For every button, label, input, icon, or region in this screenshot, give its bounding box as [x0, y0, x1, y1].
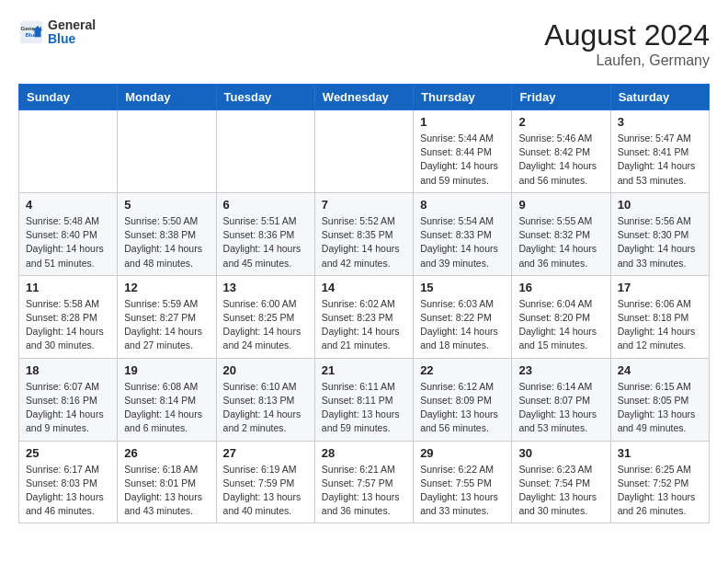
day-info: Sunrise: 5:54 AMSunset: 8:33 PMDaylight:… — [420, 214, 505, 270]
header-monday: Monday — [118, 85, 216, 110]
calendar-cell: 7Sunrise: 5:52 AMSunset: 8:35 PMDaylight… — [314, 192, 413, 275]
day-number: 24 — [618, 363, 702, 377]
day-number: 12 — [124, 281, 209, 294]
day-number: 31 — [618, 446, 702, 460]
logo-text: General Blue — [48, 18, 96, 47]
calendar-cell: 1Sunrise: 5:44 AMSunset: 8:44 PMDaylight… — [414, 110, 512, 193]
day-number: 27 — [223, 446, 308, 460]
week-row-1: 4Sunrise: 5:48 AMSunset: 8:40 PMDaylight… — [19, 192, 710, 275]
day-number: 2 — [518, 115, 603, 129]
day-number: 10 — [618, 198, 702, 212]
day-number: 21 — [322, 363, 406, 377]
header-sunday: Sunday — [19, 85, 118, 110]
day-number: 28 — [322, 446, 406, 460]
day-info: Sunrise: 5:58 AMSunset: 8:28 PMDaylight:… — [26, 297, 110, 353]
calendar-cell: 23Sunrise: 6:14 AMSunset: 8:07 PMDayligh… — [512, 358, 610, 441]
week-row-3: 18Sunrise: 6:07 AMSunset: 8:16 PMDayligh… — [19, 358, 710, 441]
page-header: General Blue General Blue August 2024 La… — [18, 18, 710, 69]
day-number: 16 — [518, 281, 603, 294]
day-number: 4 — [26, 198, 110, 212]
day-number: 8 — [420, 198, 505, 212]
calendar-cell: 16Sunrise: 6:04 AMSunset: 8:20 PMDayligh… — [512, 275, 610, 358]
calendar-cell — [19, 110, 118, 193]
calendar-cell: 15Sunrise: 6:03 AMSunset: 8:22 PMDayligh… — [414, 275, 512, 358]
day-info: Sunrise: 6:11 AMSunset: 8:11 PMDaylight:… — [322, 380, 406, 436]
day-info: Sunrise: 6:19 AMSunset: 7:59 PMDaylight:… — [223, 463, 308, 519]
header-thursday: Thursday — [414, 85, 512, 110]
day-number: 23 — [518, 363, 603, 377]
calendar-cell: 2Sunrise: 5:46 AMSunset: 8:42 PMDaylight… — [512, 110, 610, 193]
calendar-cell: 29Sunrise: 6:22 AMSunset: 7:55 PMDayligh… — [414, 441, 512, 523]
calendar-cell: 30Sunrise: 6:23 AMSunset: 7:54 PMDayligh… — [512, 441, 610, 523]
header-saturday: Saturday — [610, 85, 709, 110]
calendar-cell — [314, 110, 413, 193]
day-info: Sunrise: 6:10 AMSunset: 8:13 PMDaylight:… — [223, 380, 308, 436]
week-row-2: 11Sunrise: 5:58 AMSunset: 8:28 PMDayligh… — [19, 275, 710, 358]
calendar-subtitle: Laufen, Germany — [544, 52, 710, 69]
day-info: Sunrise: 6:25 AMSunset: 7:52 PMDaylight:… — [618, 463, 702, 519]
calendar-cell: 8Sunrise: 5:54 AMSunset: 8:33 PMDaylight… — [414, 192, 512, 275]
day-info: Sunrise: 5:55 AMSunset: 8:32 PMDaylight:… — [518, 214, 603, 270]
calendar-cell: 17Sunrise: 6:06 AMSunset: 8:18 PMDayligh… — [610, 275, 709, 358]
day-number: 5 — [124, 198, 209, 212]
calendar-cell — [216, 110, 314, 193]
calendar-cell: 12Sunrise: 5:59 AMSunset: 8:27 PMDayligh… — [118, 275, 216, 358]
day-info: Sunrise: 6:14 AMSunset: 8:07 PMDaylight:… — [518, 380, 603, 436]
day-info: Sunrise: 6:06 AMSunset: 8:18 PMDaylight:… — [618, 297, 702, 353]
week-row-0: 1Sunrise: 5:44 AMSunset: 8:44 PMDaylight… — [19, 110, 710, 193]
day-number: 17 — [618, 281, 702, 294]
calendar-cell: 31Sunrise: 6:25 AMSunset: 7:52 PMDayligh… — [610, 441, 709, 523]
day-info: Sunrise: 6:00 AMSunset: 8:25 PMDaylight:… — [223, 297, 308, 353]
day-number: 11 — [26, 281, 110, 294]
day-info: Sunrise: 6:02 AMSunset: 8:23 PMDaylight:… — [322, 297, 406, 353]
calendar-header-row: SundayMondayTuesdayWednesdayThursdayFrid… — [19, 85, 710, 110]
day-info: Sunrise: 5:48 AMSunset: 8:40 PMDaylight:… — [26, 214, 110, 270]
calendar-title: August 2024 — [544, 18, 710, 52]
calendar-cell: 28Sunrise: 6:21 AMSunset: 7:57 PMDayligh… — [314, 441, 413, 523]
day-info: Sunrise: 6:04 AMSunset: 8:20 PMDaylight:… — [518, 297, 603, 353]
day-number: 22 — [420, 363, 505, 377]
day-number: 25 — [26, 446, 110, 460]
day-info: Sunrise: 5:52 AMSunset: 8:35 PMDaylight:… — [322, 214, 406, 270]
calendar-cell: 10Sunrise: 5:56 AMSunset: 8:30 PMDayligh… — [610, 192, 709, 275]
day-info: Sunrise: 5:51 AMSunset: 8:36 PMDaylight:… — [223, 214, 308, 270]
day-number: 30 — [518, 446, 603, 460]
calendar-cell: 14Sunrise: 6:02 AMSunset: 8:23 PMDayligh… — [314, 275, 413, 358]
logo-icon: General Blue — [18, 19, 44, 45]
day-info: Sunrise: 6:08 AMSunset: 8:14 PMDaylight:… — [124, 380, 209, 436]
calendar-cell: 9Sunrise: 5:55 AMSunset: 8:32 PMDaylight… — [512, 192, 610, 275]
day-number: 3 — [618, 115, 702, 129]
calendar-cell: 21Sunrise: 6:11 AMSunset: 8:11 PMDayligh… — [314, 358, 413, 441]
calendar-cell: 6Sunrise: 5:51 AMSunset: 8:36 PMDaylight… — [216, 192, 314, 275]
day-number: 19 — [124, 363, 209, 377]
day-number: 18 — [26, 363, 110, 377]
day-info: Sunrise: 6:18 AMSunset: 8:01 PMDaylight:… — [124, 463, 209, 519]
logo: General Blue General Blue — [18, 18, 96, 47]
day-number: 29 — [420, 446, 505, 460]
logo-blue: Blue — [48, 32, 96, 46]
calendar-cell: 11Sunrise: 5:58 AMSunset: 8:28 PMDayligh… — [19, 275, 118, 358]
day-info: Sunrise: 6:21 AMSunset: 7:57 PMDaylight:… — [322, 463, 406, 519]
day-info: Sunrise: 5:59 AMSunset: 8:27 PMDaylight:… — [124, 297, 209, 353]
calendar-cell: 3Sunrise: 5:47 AMSunset: 8:41 PMDaylight… — [610, 110, 709, 193]
week-row-4: 25Sunrise: 6:17 AMSunset: 8:03 PMDayligh… — [19, 441, 710, 523]
day-number: 20 — [223, 363, 308, 377]
day-info: Sunrise: 6:22 AMSunset: 7:55 PMDaylight:… — [420, 463, 505, 519]
header-friday: Friday — [512, 85, 610, 110]
calendar-cell: 26Sunrise: 6:18 AMSunset: 8:01 PMDayligh… — [118, 441, 216, 523]
calendar-cell: 27Sunrise: 6:19 AMSunset: 7:59 PMDayligh… — [216, 441, 314, 523]
day-number: 26 — [124, 446, 209, 460]
calendar-cell: 24Sunrise: 6:15 AMSunset: 8:05 PMDayligh… — [610, 358, 709, 441]
logo-general: General — [48, 18, 96, 32]
calendar-cell — [118, 110, 216, 193]
day-info: Sunrise: 6:12 AMSunset: 8:09 PMDaylight:… — [420, 380, 505, 436]
calendar-table: SundayMondayTuesdayWednesdayThursdayFrid… — [18, 84, 710, 523]
day-info: Sunrise: 5:47 AMSunset: 8:41 PMDaylight:… — [618, 132, 702, 188]
title-block: August 2024 Laufen, Germany — [544, 18, 710, 69]
day-info: Sunrise: 5:46 AMSunset: 8:42 PMDaylight:… — [518, 132, 603, 188]
day-info: Sunrise: 5:50 AMSunset: 8:38 PMDaylight:… — [124, 214, 209, 270]
day-info: Sunrise: 5:56 AMSunset: 8:30 PMDaylight:… — [618, 214, 702, 270]
calendar-cell: 20Sunrise: 6:10 AMSunset: 8:13 PMDayligh… — [216, 358, 314, 441]
day-info: Sunrise: 5:44 AMSunset: 8:44 PMDaylight:… — [420, 132, 505, 188]
day-info: Sunrise: 6:17 AMSunset: 8:03 PMDaylight:… — [26, 463, 110, 519]
